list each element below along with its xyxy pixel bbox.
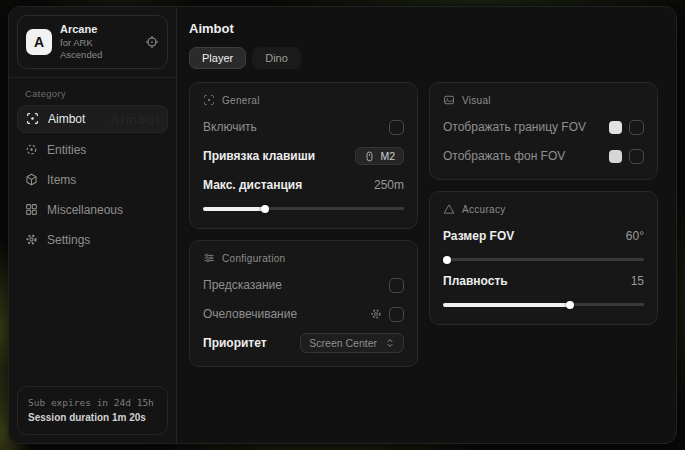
smoothness-value: 15: [631, 274, 644, 288]
main-content: Aimbot Player Dino General: [177, 7, 676, 443]
distance-row: Макс. дистанция 250m: [203, 175, 404, 195]
distance-value: 250m: [374, 178, 404, 192]
sidebar-item-label: Settings: [47, 233, 90, 247]
fov-border-checkbox[interactable]: [629, 120, 644, 135]
slider-track: [443, 258, 644, 261]
sidebar-item-label: Aimbot: [48, 112, 85, 126]
fov-background-controls: [609, 149, 644, 164]
app-name: Arcane: [60, 23, 137, 37]
humanize-label: Очеловечивание: [203, 307, 297, 321]
app-logo: A: [26, 29, 52, 55]
slider-thumb[interactable]: [261, 205, 269, 213]
fov-size-slider[interactable]: [443, 255, 644, 264]
fov-size-row: Размер FOV 60°: [443, 226, 644, 246]
configuration-panel-title: Configuration: [222, 253, 285, 264]
prediction-label: Предсказание: [203, 278, 282, 292]
keybind-row: Привязка клавиши M2: [203, 146, 404, 166]
session-info-card: Sub expires in 24d 15h Session duration …: [17, 386, 168, 435]
sidebar: A Arcane for ARK Ascended Category: [9, 7, 177, 443]
enable-label: Включить: [203, 120, 257, 134]
app-header-card: A Arcane for ARK Ascended: [17, 15, 168, 69]
distance-slider[interactable]: [203, 204, 404, 213]
tab-bar: Player Dino: [189, 47, 658, 69]
panel-grid: General Включить Привязка клавиши: [189, 82, 658, 367]
fov-border-row: Отображать границу FOV: [443, 117, 644, 137]
general-panel: General Включить Привязка клавиши: [189, 82, 418, 229]
fov-size-label: Размер FOV: [443, 229, 514, 243]
priority-select[interactable]: Screen Center: [300, 333, 404, 353]
right-column: Visual Отображать границу FOV Отображать…: [429, 82, 658, 325]
grid-icon: [25, 203, 38, 216]
smoothness-label: Плавность: [443, 274, 508, 288]
fov-background-checkbox[interactable]: [629, 149, 644, 164]
sub-expires-text: Sub expires in 24d 15h: [28, 395, 157, 410]
humanize-row: Очеловечивание: [203, 304, 404, 324]
focus-icon: [203, 94, 215, 106]
general-panel-header: General: [203, 94, 404, 106]
slider-thumb[interactable]: [443, 256, 451, 264]
smoothness-row: Плавность 15: [443, 271, 644, 291]
visual-panel: Visual Отображать границу FOV Отображать…: [429, 82, 658, 180]
page-title: Aimbot: [189, 21, 658, 36]
enable-checkbox[interactable]: [389, 120, 404, 135]
visual-panel-title: Visual: [462, 95, 491, 106]
sidebar-spacer: [9, 253, 176, 378]
sidebar-item-settings[interactable]: Settings: [17, 227, 168, 253]
sidebar-item-label: Entities: [47, 143, 86, 157]
fov-border-label: Отображать границу FOV: [443, 120, 586, 134]
sidebar-item-miscellaneous[interactable]: Miscellaneous: [17, 197, 168, 223]
keybind-button[interactable]: M2: [355, 147, 404, 165]
enable-row: Включить: [203, 117, 404, 137]
visual-panel-header: Visual: [443, 94, 644, 106]
fov-border-color-swatch[interactable]: [609, 121, 622, 134]
prediction-checkbox[interactable]: [389, 278, 404, 293]
keybind-label: Привязка клавиши: [203, 149, 315, 163]
mouse-icon: [364, 151, 375, 162]
triangle-icon: [443, 203, 455, 215]
priority-label: Приоритет: [203, 336, 267, 350]
accuracy-panel-header: Accuracy: [443, 203, 644, 215]
sidebar-item-label: Miscellaneous: [47, 203, 123, 217]
app-meta: Arcane for ARK Ascended: [60, 23, 137, 61]
tab-player[interactable]: Player: [189, 47, 246, 69]
session-duration-text: Session duration 1m 20s: [28, 410, 157, 426]
sliders-icon: [203, 252, 215, 264]
target-icon[interactable]: [145, 35, 159, 49]
sidebar-item-entities[interactable]: Entities: [17, 137, 168, 163]
slider-fill: [443, 258, 447, 262]
slider-fill: [203, 207, 265, 211]
humanize-checkbox[interactable]: [389, 307, 404, 322]
sidebar-nav: Aimbot Aimbot Entities: [9, 105, 176, 253]
configuration-panel-header: Configuration: [203, 252, 404, 264]
left-column: General Включить Привязка клавиши: [189, 82, 418, 367]
package-icon: [25, 173, 38, 186]
keybind-value: M2: [380, 150, 395, 162]
fov-size-value: 60°: [626, 229, 644, 243]
prediction-row: Предсказание: [203, 275, 404, 295]
priority-row: Приоритет Screen Center: [203, 333, 404, 353]
app-subtitle: for ARK Ascended: [60, 37, 137, 61]
priority-value: Screen Center: [309, 337, 377, 349]
ghost-watermark: Aimbot: [110, 111, 161, 126]
sidebar-item-items[interactable]: Items: [17, 167, 168, 193]
accuracy-panel: Accuracy Размер FOV 60° Плавность: [429, 191, 658, 325]
sidebar-item-aimbot[interactable]: Aimbot Aimbot: [17, 105, 168, 133]
sidebar-header: A Arcane for ARK Ascended: [9, 7, 176, 78]
fov-background-color-swatch[interactable]: [609, 150, 622, 163]
smoothness-slider[interactable]: [443, 300, 644, 309]
radar-icon: [25, 143, 38, 156]
distance-label: Макс. дистанция: [203, 178, 302, 192]
crosshair-icon: [26, 112, 39, 125]
general-panel-title: General: [222, 95, 260, 106]
slider-fill: [443, 303, 570, 307]
accuracy-panel-title: Accuracy: [462, 204, 506, 215]
humanize-controls: [370, 307, 404, 322]
category-label: Category: [9, 78, 176, 105]
chevron-up-down-icon: [385, 338, 395, 348]
fov-border-controls: [609, 120, 644, 135]
tab-dino[interactable]: Dino: [252, 47, 301, 69]
fov-background-row: Отображать фон FOV: [443, 146, 644, 166]
gear-icon[interactable]: [370, 308, 382, 320]
fov-background-label: Отображать фон FOV: [443, 149, 565, 163]
slider-thumb[interactable]: [566, 301, 574, 309]
